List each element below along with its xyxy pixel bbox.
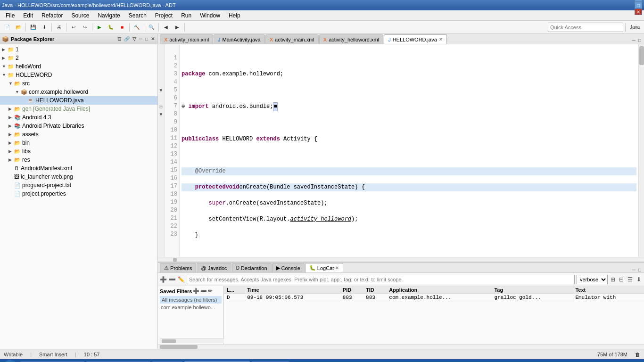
- logcat-verbose-select[interactable]: verbose debug info warn error: [577, 275, 608, 284]
- minimize-panel-icon[interactable]: ─: [138, 36, 143, 41]
- tree-item-8[interactable]: ▶📚Android 4.3: [0, 113, 157, 122]
- menu-project[interactable]: Project: [151, 11, 176, 20]
- tab-activity-helloword-xml[interactable]: X activity_helloword.xml: [319, 34, 383, 44]
- menu-run[interactable]: Run: [177, 11, 195, 20]
- remove-filter-icon[interactable]: ➖: [200, 288, 207, 294]
- tree-item-12[interactable]: ▶📂libs: [0, 147, 157, 156]
- tb-redo[interactable]: ↪: [80, 22, 90, 33]
- tb-perspective-java[interactable]: Java: [627, 22, 642, 33]
- tab-close-icon[interactable]: ✕: [439, 37, 443, 42]
- logcat-tab-close[interactable]: ✕: [335, 265, 339, 271]
- tb-new[interactable]: 📄: [2, 22, 12, 33]
- tree-arrow-13[interactable]: ▶: [8, 157, 13, 162]
- tb-build[interactable]: 🔨: [132, 22, 142, 33]
- editor-max-icon[interactable]: □: [637, 38, 642, 43]
- tree-arrow-11[interactable]: ▶: [8, 140, 13, 145]
- logcat-btn-2[interactable]: ⊟: [618, 276, 625, 283]
- tab-problems[interactable]: ⚠Problems: [160, 263, 196, 272]
- tb-search[interactable]: 🔍: [146, 22, 157, 33]
- tree-arrow-10[interactable]: ▶: [8, 132, 13, 137]
- gc-icon[interactable]: 🗑: [635, 352, 640, 357]
- tab-mainactivity-java[interactable]: J MainActivity.java: [214, 34, 265, 44]
- tb-run[interactable]: ▶: [94, 22, 105, 33]
- tb-prev[interactable]: ◀: [161, 22, 171, 33]
- logcat-icon-1[interactable]: ➕: [160, 276, 167, 283]
- tree-item-17[interactable]: 📄project.properties: [0, 189, 157, 198]
- tree-arrow-7[interactable]: ▶: [8, 107, 13, 111]
- tree-arrow-2[interactable]: ▼: [2, 64, 7, 69]
- tb-debug[interactable]: 🐛: [106, 22, 116, 33]
- tab-helloword-java[interactable]: J HELLOWORD.java ✕: [384, 34, 447, 44]
- logcat-btn-3[interactable]: ☰: [627, 276, 634, 283]
- tree-item-15[interactable]: 🖼ic_launcher-web.png: [0, 173, 157, 181]
- tb-next[interactable]: ▶: [172, 22, 182, 33]
- tree-arrow-0[interactable]: ▶: [2, 47, 7, 52]
- logcat-icon-3[interactable]: ✏️: [178, 276, 185, 283]
- menu-refactor[interactable]: Refactor: [38, 11, 66, 20]
- tree-item-14[interactable]: 🗒AndroidManifest.xml: [0, 164, 157, 173]
- tree-item-9[interactable]: ▶📚Android Private Libraries: [0, 122, 157, 130]
- menu-search[interactable]: Search: [125, 11, 150, 20]
- view-menu-icon[interactable]: ▽: [132, 36, 137, 41]
- tb-print[interactable]: 🖨: [54, 22, 64, 33]
- editor-hscrollbar[interactable]: [158, 257, 644, 262]
- tab-logcat[interactable]: 🐛LogCat ✕: [305, 263, 343, 272]
- tb-stop[interactable]: ■: [117, 22, 127, 33]
- link-editor-icon[interactable]: 🔗: [123, 36, 131, 41]
- logcat-icon-2[interactable]: ➖: [169, 276, 176, 283]
- close-button[interactable]: ✕: [635, 8, 642, 15]
- maximize-panel-icon[interactable]: □: [144, 36, 149, 41]
- edit-filter-icon[interactable]: ✏: [208, 288, 212, 294]
- logcat-btn-4[interactable]: ⬇: [636, 276, 642, 283]
- tree-item-6[interactable]: ☕HELLOWORD.java: [0, 96, 157, 105]
- tree-arrow-3[interactable]: ▼: [2, 73, 7, 77]
- start-button[interactable]: ⊞: [2, 360, 19, 362]
- menu-edit[interactable]: Edit: [19, 11, 37, 20]
- tree-item-2[interactable]: ▼📁helloWord: [0, 62, 157, 71]
- maximize-button[interactable]: □: [635, 2, 642, 8]
- tb-save-all[interactable]: ⬇: [39, 22, 50, 33]
- tree-arrow-4[interactable]: ▼: [8, 81, 13, 86]
- tree-item-16[interactable]: 📄proguard-project.txt: [0, 181, 157, 189]
- fold-class[interactable]: ▼: [158, 86, 164, 94]
- menu-help[interactable]: Help: [225, 11, 244, 20]
- quick-access-input[interactable]: [548, 23, 623, 32]
- tb-undo[interactable]: ↩: [68, 22, 79, 33]
- tab-javadoc[interactable]: @Javadoc: [197, 263, 231, 272]
- app-filter[interactable]: com.example.hollewo...: [160, 304, 222, 311]
- tree-item-4[interactable]: ▼📂src: [0, 79, 157, 88]
- tree-item-10[interactable]: ▶📂assets: [0, 130, 157, 139]
- tab-console[interactable]: ▶Console: [272, 263, 305, 272]
- all-messages-filter[interactable]: All messages (no filters): [160, 296, 222, 304]
- tree-item-1[interactable]: ▶📁2: [0, 54, 157, 62]
- bottom-min-icon[interactable]: ─: [631, 267, 636, 272]
- collapse-all-icon[interactable]: ⊟: [116, 36, 122, 41]
- tree-item-13[interactable]: ▶📂res: [0, 156, 157, 164]
- tree-arrow-1[interactable]: ▶: [2, 56, 7, 60]
- menu-navigate[interactable]: Navigate: [94, 11, 124, 20]
- menu-source[interactable]: Source: [67, 11, 93, 20]
- fold-oncreate[interactable]: ▼: [158, 110, 164, 118]
- logcat-row-0[interactable]: D 09-18 09:05:06.573 883 883 com.example…: [224, 294, 644, 301]
- logcat-hscrollbar[interactable]: [158, 344, 644, 349]
- tree-item-5[interactable]: ▼📦com.example.holleword: [0, 88, 157, 96]
- menu-window[interactable]: Window: [196, 11, 224, 20]
- tree-item-7[interactable]: ▶📂gen [Generated Java Files]: [0, 105, 157, 113]
- tree-arrow-9[interactable]: ▶: [8, 123, 13, 128]
- tab-activity-main-xml-1[interactable]: X activity_main.xml: [160, 34, 213, 44]
- tab-activity-main-xml-2[interactable]: X activity_main.xml: [265, 34, 319, 44]
- tree-item-11[interactable]: ▶📂bin: [0, 139, 157, 147]
- logcat-btn-1[interactable]: ⊞: [610, 276, 616, 283]
- close-panel-icon[interactable]: ✕: [150, 36, 156, 41]
- tree-arrow-8[interactable]: ▶: [8, 115, 13, 120]
- tree-item-3[interactable]: ▼📁HOLLEWORD: [0, 71, 157, 79]
- menu-file[interactable]: File: [2, 11, 18, 20]
- tb-save[interactable]: 💾: [28, 22, 38, 33]
- code-editor[interactable]: package com.example.holleword; ⊕ import …: [180, 44, 638, 257]
- tree-arrow-5[interactable]: ▼: [15, 90, 20, 94]
- bottom-max-icon[interactable]: □: [637, 267, 642, 272]
- tree-arrow-12[interactable]: ▶: [8, 149, 13, 154]
- tree-item-0[interactable]: ▶📁1: [0, 45, 157, 54]
- tab-declaration[interactable]: DDeclaration: [232, 263, 272, 272]
- logcat-search-input[interactable]: [187, 275, 575, 284]
